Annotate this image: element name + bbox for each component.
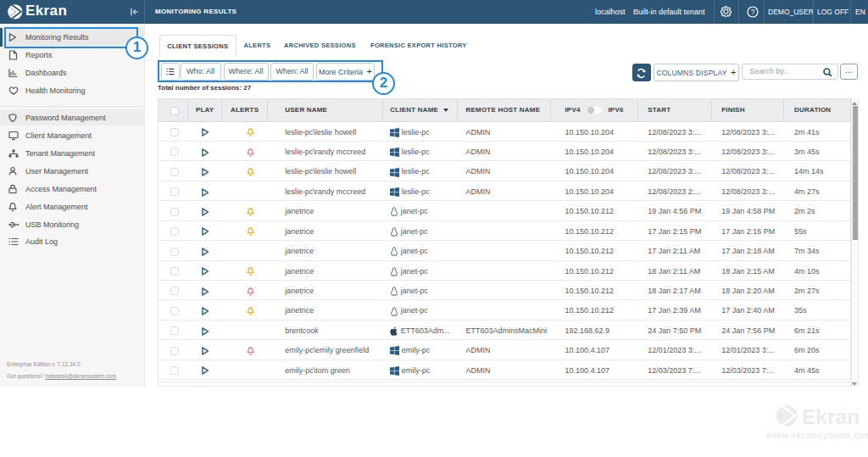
svg-text:Ekran: Ekran	[802, 405, 860, 428]
svg-text:www.ekransystem.com: www.ekransystem.com	[765, 430, 868, 440]
svg-text:?: ?	[751, 8, 755, 16]
